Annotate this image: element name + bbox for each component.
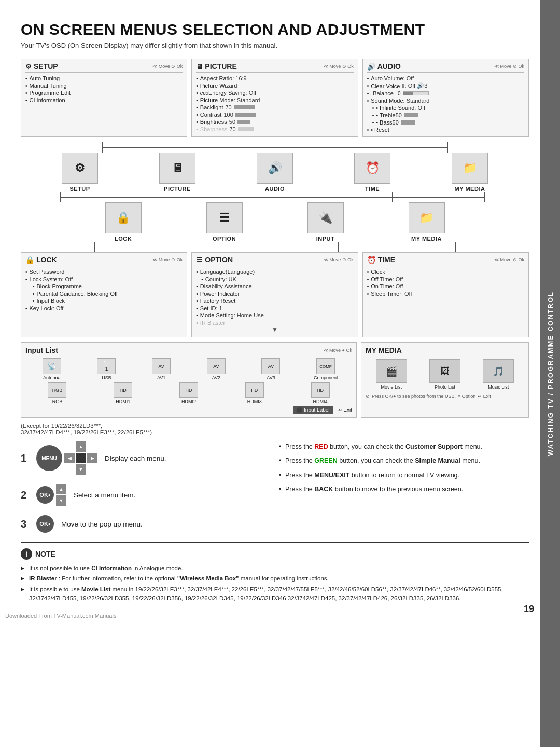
lock-item-3: Block Programme xyxy=(25,283,183,290)
down-arrow-1[interactable]: ▼ xyxy=(76,464,86,475)
right-arrow-1[interactable]: ▶ xyxy=(87,453,97,463)
input-rgb: RGB RGB xyxy=(25,382,89,404)
input-icon-label: INPUT xyxy=(316,236,335,242)
ok-btn-3[interactable]: OK● xyxy=(36,515,54,533)
tip-2: Press the GREEN button, you can check th… xyxy=(279,455,529,466)
option-item-1: Language(Language) xyxy=(196,268,353,275)
setup-item-3: Programme Edit xyxy=(25,89,183,96)
input-grid-row2: RGB RGB HD HDMI1 HD HDMI2 HD HDMI3 HD xyxy=(25,382,352,404)
note-item-2: IR Blaster : For further information, re… xyxy=(21,574,529,583)
note-item-1: It is not possible to use CI Information… xyxy=(21,564,529,573)
input-icon-box: 🔌 xyxy=(307,202,344,233)
tip-4: Press the BACK button to move to the pre… xyxy=(279,484,529,495)
mymedia-exit-btn[interactable]: ↩ Exit xyxy=(478,394,491,399)
left-arrow-1[interactable]: ◀ xyxy=(64,453,75,463)
hdmi2-icon: HD xyxy=(179,382,198,398)
down-arrow-2[interactable]: ▼ xyxy=(56,495,66,506)
menu-icon-time[interactable]: ⏰ TIME xyxy=(346,153,398,192)
up-arrow-1[interactable]: ▲ xyxy=(76,441,86,452)
mymedia-ok-icon: ⊙ xyxy=(366,394,370,399)
time-icon-box: ⏰ xyxy=(354,153,390,184)
audio-item-2: Clear Voice II : Off 🔊3 xyxy=(367,82,524,90)
input-hdmi2: HD HDMI2 xyxy=(157,382,221,404)
hdmi1-icon: HD xyxy=(114,382,132,398)
menu-icon-input[interactable]: 🔌 INPUT xyxy=(300,202,352,242)
step-3-num: 3 xyxy=(21,518,29,530)
step-2-remote: OK● ▲ ▼ xyxy=(36,484,66,506)
picture-item-7: Brightness 50 xyxy=(196,118,353,126)
mymedia-icon-box: 📁 xyxy=(452,153,488,184)
menu-icon-mymedia2[interactable]: 📁 MY MEDIA xyxy=(401,202,453,242)
lock-item-1: Set Password xyxy=(25,268,183,275)
component-icon: COMP xyxy=(316,358,335,374)
setup-item-1: Auto Tuning xyxy=(25,75,183,82)
menu-icon-mymedia[interactable]: 📁 MY MEDIA xyxy=(444,153,496,192)
step-3-row: 3 OK● Move to the pop up menu. xyxy=(21,515,271,533)
mymedia-option-btn[interactable]: ≡ Option xyxy=(458,394,475,399)
setup-icon-box: ⚙ xyxy=(62,153,98,184)
red-btn-text: RED xyxy=(314,443,328,450)
menu-icon-setup[interactable]: ⚙ SETUP xyxy=(54,153,106,192)
mymedia-panel-header: MY MEDIA xyxy=(366,346,524,356)
tip-3: Press the MENU/EXIT button to return to … xyxy=(279,470,529,481)
audio-item-6: • Treble 50 xyxy=(367,112,524,119)
hdmi3-icon: HD xyxy=(245,382,264,398)
option-item-8: IR Blaster xyxy=(196,319,353,326)
mymedia-movie: 🎬 Movie List xyxy=(366,359,417,390)
input-av3: AV AV3 xyxy=(245,358,298,380)
option-item-6: Set ID : 1 xyxy=(196,305,353,312)
menu-icon-lock[interactable]: 🔒 LOCK xyxy=(97,202,149,242)
time-panel-title: ⏰ TIME xyxy=(367,256,395,264)
input-hdmi1: HD HDMI1 xyxy=(91,382,155,404)
tips-list: Press the RED button, you can check the … xyxy=(279,441,529,495)
mymedia-footer-text: Press OK/● to see photos from the USB. xyxy=(372,394,456,399)
input-av1: AV AV1 xyxy=(135,358,188,380)
tip-1: Press the RED button, you can check the … xyxy=(279,441,529,452)
option-icon: ☰ xyxy=(196,256,203,264)
menu-icons-row2: 🔒 LOCK ☰ OPTION 🔌 INPUT 📁 MY MEDIA xyxy=(21,202,529,242)
picture-panel: 🖥 PICTURE ≪ Move ⊙ Ok Aspect Ratio : 16:… xyxy=(191,59,358,137)
ok-btn-2[interactable]: OK● xyxy=(36,486,54,504)
input-label-btn[interactable]: ⬛ Input Label xyxy=(293,406,332,414)
menu-btn[interactable]: MENU xyxy=(36,445,62,471)
av2-icon: AV xyxy=(207,358,226,374)
menu-icons-row: ⚙ SETUP 🖥 PICTURE 🔊 AUDIO ⏰ TIME 📁 MY ME… xyxy=(21,153,529,192)
input-exit-btn[interactable]: ↩ Exit xyxy=(338,407,352,413)
page-title: ON SCREEN MENUS SELECTION AND ADJUSTMENT xyxy=(21,21,529,38)
picture-icon-label: PICTURE xyxy=(164,186,191,192)
lock-panel-title: 🔒 LOCK xyxy=(25,256,57,264)
picture-item-8: Sharpness 70 xyxy=(196,126,353,133)
music-thumb: 🎵 xyxy=(483,359,514,383)
picture-item-5: Backlight 70 xyxy=(196,104,353,111)
lock-nav: ≪ Move ⊙ Ok xyxy=(152,257,183,262)
menu-icon-option[interactable]: ☰ OPTION xyxy=(199,202,250,242)
lock-item-2: Lock System : Off xyxy=(25,275,183,283)
input-usb: ⬜1 USB xyxy=(80,358,133,380)
time-icon-label: TIME xyxy=(365,186,380,192)
lock-icon: 🔒 xyxy=(25,256,34,264)
input-hdmi4: HD HDMI4 xyxy=(288,382,352,404)
audio-item-5: • Infinite Sound : Off xyxy=(367,104,524,112)
setup-item-2: Manual Tuning xyxy=(25,82,183,89)
audio-panel-header: 🔊 AUDIO ≪ Move ⊙ Ok xyxy=(367,62,524,73)
picture-item-6: Contrast 100 xyxy=(196,111,353,118)
menu-icon-picture[interactable]: 🖥 PICTURE xyxy=(151,153,203,192)
top-panels: ⚙ SETUP ≪ Move ⊙ Ok Auto Tuning Manual T… xyxy=(21,59,529,137)
setup-icon: ⚙ xyxy=(25,63,32,71)
menu-icon-audio[interactable]: 🔊 AUDIO xyxy=(249,153,301,192)
lock-item-5: Input Block xyxy=(25,297,183,305)
mymedia-music: 🎵 Music List xyxy=(473,359,524,390)
up-arrow-2[interactable]: ▲ xyxy=(56,484,66,494)
setup-panel: ⚙ SETUP ≪ Move ⊙ Ok Auto Tuning Manual T… xyxy=(21,59,187,137)
input-component: COMP Component xyxy=(299,358,352,380)
time-item-3: On Time : Off xyxy=(367,283,524,290)
audio-item-8: • Reset xyxy=(367,126,524,133)
page-number: 19 xyxy=(524,604,534,615)
step-3-remote: OK● xyxy=(36,515,54,533)
photo-thumb: 🖼 xyxy=(429,359,460,383)
step-1-num: 1 xyxy=(21,452,29,464)
usb-icon: ⬜1 xyxy=(97,358,116,374)
picture-nav: ≪ Move ⊙ Ok xyxy=(324,64,354,69)
customer-support-text: Customer Support xyxy=(405,443,463,450)
time-panel: ⏰ TIME ≪ Move ⊙ Ok Clock Off Time : Off … xyxy=(362,252,529,337)
